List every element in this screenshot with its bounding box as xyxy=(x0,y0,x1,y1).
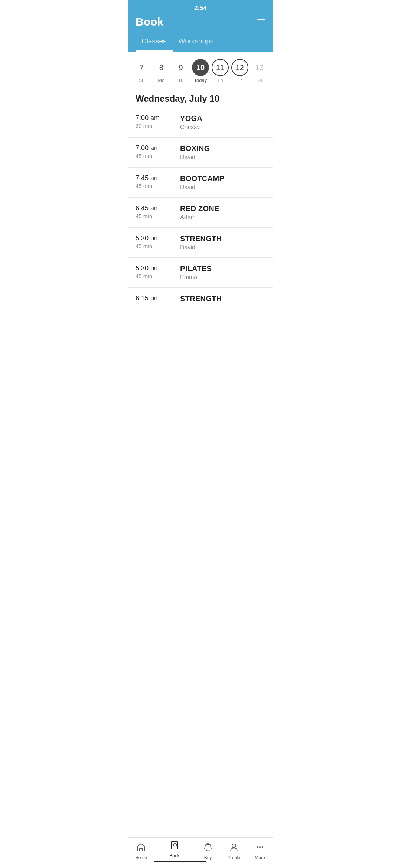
class-item-boxing[interactable]: 7:00 am 45 min BOXING David xyxy=(128,138,273,168)
class-name: YOGA xyxy=(180,114,265,123)
day-label-th: Th xyxy=(217,78,223,83)
class-info-col: RED ZONE Adam xyxy=(180,204,265,221)
class-time-col: 6:45 am 45 min xyxy=(136,204,180,219)
day-label-fr: Fr xyxy=(238,78,242,83)
day-number-7: 7 xyxy=(133,59,150,76)
class-instructor: Adam xyxy=(180,214,265,221)
class-time-col: 7:00 am 45 min xyxy=(136,144,180,159)
class-time: 7:45 am xyxy=(136,174,180,182)
class-instructor: David xyxy=(180,154,265,161)
day-number-8: 8 xyxy=(153,59,170,76)
class-duration: 60 min xyxy=(136,123,180,129)
class-time: 5:30 pm xyxy=(136,264,180,272)
page-title: Book xyxy=(136,16,163,28)
class-time-col: 7:45 am 45 min xyxy=(136,174,180,189)
class-info-col: YOGA Chrissy xyxy=(180,114,265,131)
class-time: 6:15 pm xyxy=(136,295,180,302)
class-name: STRENGTH xyxy=(180,234,265,243)
day-9[interactable]: 9 Tu xyxy=(172,59,190,83)
filter-line-2 xyxy=(258,22,264,22)
class-item-strength-1[interactable]: 5:30 pm 45 min STRENGTH David xyxy=(128,228,273,258)
class-info-col: BOXING David xyxy=(180,144,265,161)
class-duration: 45 min xyxy=(136,183,180,189)
status-bar: 2:54 xyxy=(128,0,273,12)
class-item-yoga[interactable]: 7:00 am 60 min YOGA Chrissy xyxy=(128,108,273,138)
class-time: 7:00 am xyxy=(136,144,180,152)
filter-line-3 xyxy=(260,24,263,24)
class-info-col: STRENGTH David xyxy=(180,234,265,251)
class-name: PILATES xyxy=(180,264,265,273)
class-info-col: PILATES Emma xyxy=(180,264,265,281)
class-instructor: Chrissy xyxy=(180,124,265,131)
class-item-pilates[interactable]: 5:30 pm 45 min PILATES Emma xyxy=(128,258,273,288)
class-info-col: STRENGTH xyxy=(180,295,265,303)
header: 2:54 Book Classes Workshops xyxy=(128,0,273,52)
class-info-col: BOOTCAMP David xyxy=(180,174,265,191)
class-duration: 45 min xyxy=(136,273,180,279)
day-7[interactable]: 7 Su xyxy=(132,59,151,83)
day-12[interactable]: 12 Fr xyxy=(231,59,249,83)
day-label-su: Su xyxy=(138,78,144,83)
day-11[interactable]: 11 Th xyxy=(211,59,229,83)
class-duration: 45 min xyxy=(136,243,180,249)
class-name: RED ZONE xyxy=(180,204,265,213)
tab-workshops[interactable]: Workshops xyxy=(173,33,220,52)
filter-button[interactable] xyxy=(257,19,265,24)
filter-line-1 xyxy=(257,19,265,20)
tab-classes[interactable]: Classes xyxy=(136,33,173,52)
day-number-13: 13 xyxy=(251,59,268,76)
class-time: 6:45 am xyxy=(136,204,180,212)
class-instructor: Emma xyxy=(180,274,265,281)
header-row: Book xyxy=(128,12,273,33)
class-item-strength-2[interactable]: 6:15 pm STRENGTH xyxy=(128,288,273,310)
day-number-11: 11 xyxy=(212,59,229,76)
class-time-col: 5:30 pm 45 min xyxy=(136,234,180,249)
class-list: 7:00 am 60 min YOGA Chrissy 7:00 am 45 m… xyxy=(128,108,273,340)
day-8[interactable]: 8 Mo xyxy=(152,59,170,83)
day-label-sa: Sa xyxy=(257,78,263,83)
day-number-12: 12 xyxy=(231,59,248,76)
class-time: 5:30 pm xyxy=(136,234,180,242)
day-label-today: Today xyxy=(194,78,207,83)
class-duration: 45 min xyxy=(136,213,180,219)
class-name: STRENGTH xyxy=(180,295,265,303)
class-name: BOXING xyxy=(180,144,265,153)
day-number-9: 9 xyxy=(172,59,189,76)
day-13[interactable]: 13 Sa xyxy=(250,59,268,83)
calendar-strip: 7 Su 8 Mo 9 Tu 10 Today 11 Th 12 Fr 13 S… xyxy=(128,52,273,87)
class-time-col: 7:00 am 60 min xyxy=(136,114,180,129)
class-item-redzone[interactable]: 6:45 am 45 min RED ZONE Adam xyxy=(128,198,273,228)
class-time: 7:00 am xyxy=(136,114,180,122)
class-instructor: David xyxy=(180,244,265,251)
class-instructor: David xyxy=(180,184,265,191)
day-10-today[interactable]: 10 Today xyxy=(191,59,210,83)
class-time-col: 5:30 pm 45 min xyxy=(136,264,180,279)
class-name: BOOTCAMP xyxy=(180,174,265,183)
day-number-10: 10 xyxy=(192,59,209,76)
tab-bar: Classes Workshops xyxy=(128,33,273,52)
status-time: 2:54 xyxy=(194,4,207,11)
class-time-col: 6:15 pm xyxy=(136,295,180,303)
class-duration: 45 min xyxy=(136,153,180,159)
date-heading: Wednesday, July 10 xyxy=(128,87,273,108)
class-item-bootcamp[interactable]: 7:45 am 45 min BOOTCAMP David xyxy=(128,168,273,198)
day-label-tu: Tu xyxy=(178,78,184,83)
day-label-mo: Mo xyxy=(158,78,164,83)
